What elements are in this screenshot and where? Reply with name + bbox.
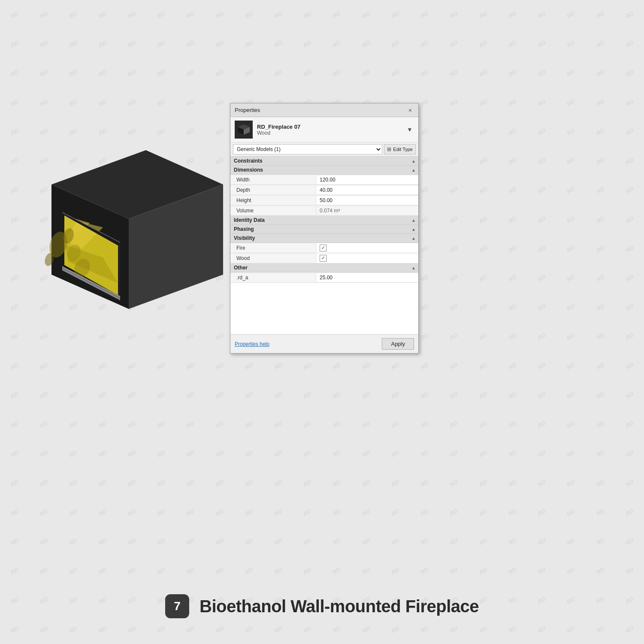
- category-dropdown[interactable]: Generic Models (1): [233, 144, 382, 154]
- section-phasing[interactable]: Phasing ▲: [230, 225, 418, 234]
- bottom-label: 7 Bioethanol Wall-mounted Fireplace: [0, 594, 644, 618]
- property-value-rd-a[interactable]: 25.00: [316, 273, 418, 282]
- property-label-fire: Fire: [230, 244, 316, 252]
- checkbox-value-fire: ✓: [316, 243, 418, 253]
- section-constraints-label: Constraints: [234, 158, 263, 164]
- property-label-rd-a: .rd_a: [230, 273, 316, 282]
- property-row-height: Height 50.00: [230, 195, 418, 206]
- property-label-width: Width: [230, 175, 316, 184]
- bottom-title: Bioethanol Wall-mounted Fireplace: [200, 597, 479, 616]
- section-constraints[interactable]: Constraints ▲: [230, 157, 418, 166]
- component-type: Wood: [257, 130, 401, 136]
- edit-type-label: Edit Type: [393, 147, 413, 152]
- component-name: RD_Fireplace 07: [257, 124, 401, 130]
- svg-marker-11: [118, 242, 120, 298]
- properties-body: Constraints ▲ Dimensions ▲ Width 120.00 …: [230, 157, 418, 334]
- dimensions-collapse-icon: ▲: [411, 168, 416, 172]
- category-row: Generic Models (1) ⊞ Edit Type: [230, 142, 418, 157]
- property-row-rd-a: .rd_a 25.00: [230, 272, 418, 283]
- model-area: [26, 137, 223, 309]
- section-other-label: Other: [234, 265, 248, 271]
- property-row-wood: Wood ✓: [230, 253, 418, 263]
- property-label-volume: Volume: [230, 206, 316, 215]
- checkbox-value-wood: ✓: [316, 254, 418, 263]
- identity-data-collapse-icon: ▲: [411, 218, 416, 223]
- component-icon: [235, 121, 253, 139]
- panel-title: Properties: [235, 107, 260, 113]
- section-dimensions[interactable]: Dimensions ▲: [230, 166, 418, 175]
- constraints-collapse-icon: ▲: [411, 159, 416, 163]
- section-visibility-label: Visibility: [234, 235, 255, 241]
- property-value-height[interactable]: 50.00: [316, 196, 418, 205]
- checkbox-wood[interactable]: ✓: [320, 255, 327, 262]
- phasing-collapse-icon: ▲: [411, 227, 416, 232]
- property-label-height: Height: [230, 196, 316, 205]
- panel-close-button[interactable]: ×: [406, 106, 414, 114]
- property-label-depth: Depth: [230, 186, 316, 194]
- property-row-volume: Volume 0.074 m³: [230, 206, 418, 216]
- properties-empty-space: [230, 283, 418, 334]
- section-phasing-label: Phasing: [234, 226, 254, 232]
- properties-panel: Properties × RD_Fireplace 07 Wood ▼ Gene…: [230, 103, 419, 354]
- property-value-width[interactable]: 120.00: [316, 175, 418, 184]
- visibility-collapse-icon: ▲: [411, 236, 416, 241]
- property-row-fire: Fire ✓: [230, 243, 418, 253]
- property-value-depth[interactable]: 40.00: [316, 186, 418, 194]
- section-visibility[interactable]: Visibility ▲: [230, 234, 418, 243]
- component-header: RD_Fireplace 07 Wood ▼: [230, 117, 418, 142]
- action-row: Properties help Apply: [230, 334, 418, 353]
- component-info: RD_Fireplace 07 Wood: [257, 124, 401, 136]
- apply-button[interactable]: Apply: [382, 338, 414, 350]
- section-identity-data-label: Identity Data: [234, 217, 265, 223]
- properties-help-link[interactable]: Properties help: [235, 341, 269, 347]
- other-collapse-icon: ▲: [411, 266, 416, 270]
- section-identity-data[interactable]: Identity Data ▲: [230, 216, 418, 225]
- panel-titlebar: Properties ×: [230, 103, 418, 117]
- property-row-depth: Depth 40.00: [230, 185, 418, 195]
- checkbox-fire[interactable]: ✓: [320, 245, 327, 251]
- section-other[interactable]: Other ▲: [230, 263, 418, 272]
- edit-type-icon: ⊞: [387, 146, 391, 152]
- property-row-width: Width 120.00: [230, 175, 418, 185]
- property-label-wood: Wood: [230, 254, 316, 263]
- section-dimensions-label: Dimensions: [234, 167, 263, 173]
- main-content: Properties × RD_Fireplace 07 Wood ▼ Gene…: [0, 0, 644, 644]
- edit-type-button[interactable]: ⊞ Edit Type: [384, 144, 416, 154]
- component-dropdown-button[interactable]: ▼: [405, 125, 414, 134]
- number-badge: 7: [165, 594, 189, 618]
- property-value-volume: 0.074 m³: [316, 206, 418, 215]
- fireplace-model-svg: [26, 137, 223, 309]
